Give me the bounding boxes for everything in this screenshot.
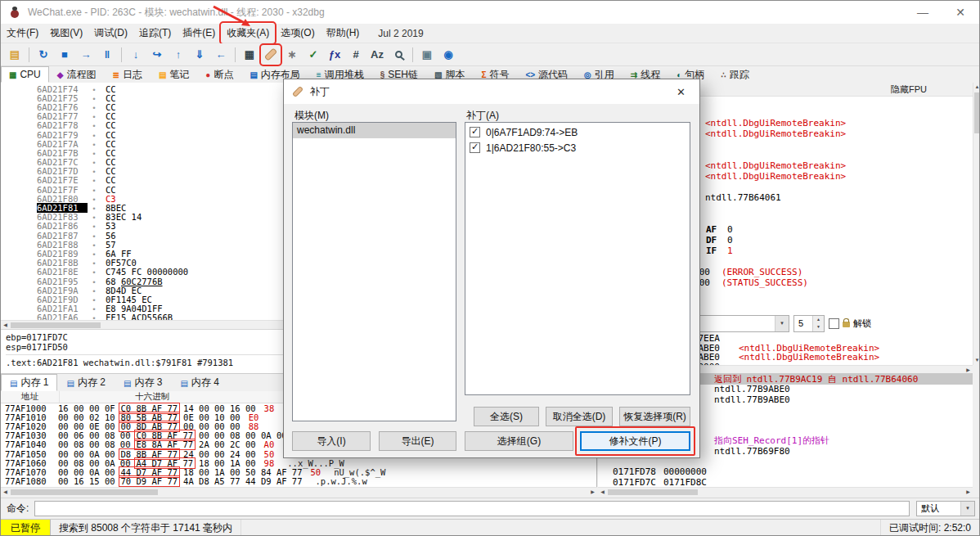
tab-log[interactable]: ≣日志 bbox=[105, 66, 151, 83]
breakpoint-dot-icon[interactable] bbox=[88, 249, 101, 259]
patch-checkbox[interactable] bbox=[470, 127, 480, 137]
scroll-left-icon[interactable] bbox=[598, 488, 607, 497]
menu-debug[interactable]: 调试(D) bbox=[88, 23, 133, 43]
memory-row[interactable]: 77AF1080 00 16 15 0070 D9 AF 774A D8 A5 … bbox=[1, 477, 596, 486]
search-icon[interactable] bbox=[389, 45, 408, 65]
command-input[interactable] bbox=[34, 501, 910, 516]
preferences-icon[interactable]: ∗ bbox=[282, 45, 302, 65]
menu-help[interactable]: 帮助(H) bbox=[321, 23, 366, 43]
breakpoint-dot-icon[interactable] bbox=[88, 295, 101, 304]
menu-options[interactable]: 选项(O) bbox=[275, 23, 320, 43]
unlock-checkbox[interactable]: 解锁 bbox=[829, 318, 871, 330]
breakpoint-dot-icon[interactable] bbox=[88, 304, 101, 313]
breakpoint-dot-icon[interactable] bbox=[88, 130, 101, 140]
breakpoint-dot-icon[interactable] bbox=[88, 111, 101, 121]
breakpoint-dot-icon[interactable] bbox=[88, 84, 101, 94]
flag-toggle[interactable]: IF1 bbox=[706, 245, 757, 256]
flag-toggle[interactable]: DF0 bbox=[706, 235, 757, 245]
menu-file[interactable]: 文件(F) bbox=[1, 23, 44, 43]
step-over-icon[interactable]: ↪ bbox=[147, 45, 167, 65]
dump-hscrollbar[interactable] bbox=[1, 487, 597, 496]
stop-icon[interactable]: ■ bbox=[55, 45, 74, 65]
scroll-up-icon[interactable] bbox=[973, 83, 980, 92]
scroll-thumb[interactable] bbox=[11, 322, 101, 328]
module-item[interactable]: wechatwin.dll bbox=[293, 123, 456, 138]
import-button[interactable]: 导入(I) bbox=[292, 431, 371, 451]
windows-icon[interactable]: ▣ bbox=[417, 45, 437, 65]
strings-icon[interactable]: Az bbox=[367, 45, 387, 65]
pause-icon[interactable]: ‖ bbox=[97, 45, 117, 65]
hash-icon[interactable]: # bbox=[346, 45, 366, 65]
export-button[interactable]: 导出(E) bbox=[379, 431, 456, 451]
deselect-all-button[interactable]: 取消全选(D) bbox=[546, 407, 613, 426]
breakpoint-dot-icon[interactable] bbox=[88, 231, 101, 241]
pick-groups-button[interactable]: 选择组(G) bbox=[465, 431, 573, 451]
memory-tab-3[interactable]: 内存 3 bbox=[115, 374, 171, 391]
patch-item[interactable]: 0|6A7F1AD9:74->EB bbox=[465, 124, 690, 140]
breakpoint-dot-icon[interactable] bbox=[88, 139, 101, 149]
menu-trace[interactable]: 追踪(T) bbox=[133, 23, 177, 43]
select-all-button[interactable]: 全选(S) bbox=[474, 407, 539, 426]
hide-fpu-button[interactable]: 隐藏FPU bbox=[886, 83, 932, 96]
breakpoint-dot-icon[interactable] bbox=[88, 203, 101, 213]
breakpoint-dot-icon[interactable] bbox=[88, 166, 101, 176]
patch-icon[interactable] bbox=[261, 45, 281, 65]
check-icon[interactable]: ✓ bbox=[303, 45, 323, 65]
menu-plugins[interactable]: 插件(E) bbox=[177, 23, 221, 43]
chevron-down-icon[interactable] bbox=[960, 502, 974, 516]
tab-cpu[interactable]: ▦CPU bbox=[1, 66, 49, 83]
breakpoint-dot-icon[interactable] bbox=[88, 120, 101, 130]
registers-vscrollbar[interactable] bbox=[973, 83, 980, 365]
memory-tab-1[interactable]: 内存 1 bbox=[1, 374, 57, 391]
script-icon[interactable]: ▦ bbox=[240, 45, 259, 65]
restart-icon[interactable]: ↻ bbox=[34, 45, 53, 65]
tab-trace-view[interactable]: ∴跟踪 bbox=[713, 66, 757, 83]
scroll-thumb[interactable] bbox=[608, 489, 698, 495]
dialog-close-button[interactable]: ✕ bbox=[663, 79, 699, 104]
menu-view[interactable]: 视图(V) bbox=[44, 23, 88, 43]
breakpoint-dot-icon[interactable] bbox=[88, 93, 101, 103]
scroll-down-icon[interactable] bbox=[973, 356, 980, 365]
memory-tab-2[interactable]: 内存 2 bbox=[57, 374, 114, 391]
command-profile-select[interactable]: 默认 bbox=[916, 501, 975, 516]
breakpoint-dot-icon[interactable] bbox=[88, 102, 101, 112]
stack-row[interactable]: 0171FD78 00000000 bbox=[598, 466, 973, 477]
breakpoint-dot-icon[interactable] bbox=[88, 221, 101, 231]
run-to-user-code-icon[interactable]: ⇓ bbox=[190, 45, 209, 65]
memory-tab-4[interactable]: 内存 4 bbox=[171, 374, 227, 391]
scroll-thumb[interactable] bbox=[11, 489, 158, 495]
breakpoint-dot-icon[interactable] bbox=[88, 277, 101, 286]
breakpoint-dot-icon[interactable] bbox=[88, 286, 101, 295]
tab-breakpoints[interactable]: ●断点 bbox=[197, 66, 241, 83]
breakpoint-dot-icon[interactable] bbox=[88, 185, 101, 195]
step-into-icon[interactable]: ↓ bbox=[126, 45, 146, 65]
tab-notes[interactable]: ▤笔记 bbox=[151, 66, 197, 83]
open-file-icon[interactable]: ▤ bbox=[5, 45, 25, 65]
execute-till-return-icon[interactable]: ↑ bbox=[169, 45, 188, 65]
breakpoint-dot-icon[interactable] bbox=[88, 194, 101, 204]
scroll-left-icon[interactable] bbox=[1, 488, 10, 497]
restore-selected-button[interactable]: 恢复选择项(R) bbox=[619, 407, 690, 426]
step-back-icon[interactable]: ← bbox=[211, 45, 231, 65]
patch-checkbox[interactable] bbox=[470, 142, 480, 153]
breakpoint-dot-icon[interactable] bbox=[88, 212, 101, 222]
flag-toggle[interactable]: AF0 bbox=[706, 224, 757, 235]
menu-favourites[interactable]: 收藏夹(A) bbox=[221, 23, 275, 43]
patch-file-button[interactable]: 修补文件(P) bbox=[580, 431, 690, 451]
stack-hscrollbar[interactable] bbox=[598, 487, 973, 496]
stack-row[interactable]: 0171FD7C 0171FD8C bbox=[598, 477, 973, 487]
breakpoint-dot-icon[interactable] bbox=[88, 157, 101, 167]
minimize-button[interactable]: — bbox=[904, 1, 942, 24]
patch-item[interactable]: 1|6AD21F80:55->C3 bbox=[465, 140, 690, 155]
globe-icon[interactable]: ◉ bbox=[438, 45, 458, 65]
scroll-right-icon[interactable] bbox=[588, 488, 597, 497]
argument-count-stepper[interactable]: 5▲▼ bbox=[793, 315, 825, 332]
breakpoint-dot-icon[interactable] bbox=[88, 313, 101, 320]
scroll-right-icon[interactable] bbox=[964, 488, 973, 497]
breakpoint-dot-icon[interactable] bbox=[88, 258, 101, 268]
run-icon[interactable]: → bbox=[76, 45, 96, 65]
breakpoint-dot-icon[interactable] bbox=[88, 240, 101, 250]
scroll-thumb[interactable] bbox=[974, 92, 980, 133]
chevron-down-icon[interactable] bbox=[775, 316, 789, 331]
breakpoint-dot-icon[interactable] bbox=[88, 267, 101, 277]
